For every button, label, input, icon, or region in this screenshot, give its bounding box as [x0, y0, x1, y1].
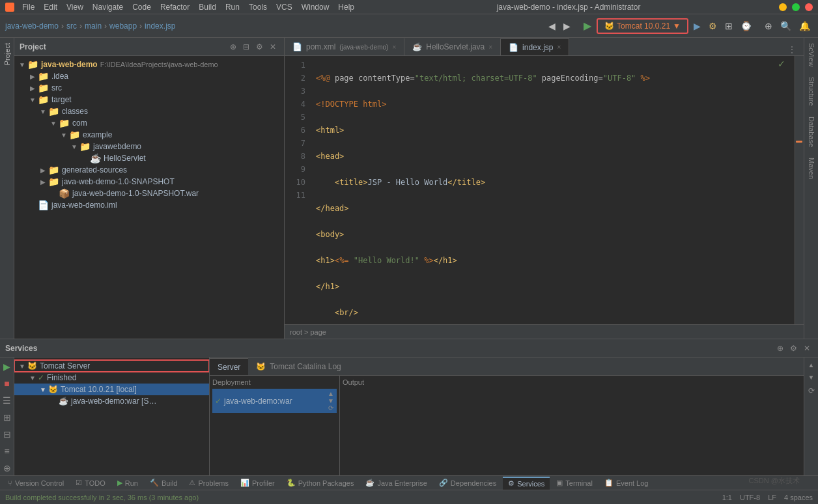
- services-run-button[interactable]: ▶: [2, 360, 12, 373]
- tree-item-com[interactable]: ▼ 📁 com: [14, 117, 284, 129]
- status-line-sep[interactable]: LF: [768, 494, 776, 501]
- panel-options-button[interactable]: ⚙: [253, 41, 266, 53]
- menu-view[interactable]: View: [63, 1, 87, 13]
- menu-window[interactable]: Window: [298, 1, 333, 13]
- tab-event-log[interactable]: 📋 Event Log: [599, 477, 654, 490]
- services-rsidebar-btn1[interactable]: ▲: [807, 360, 816, 370]
- tab-build[interactable]: 🔨 Build: [145, 477, 182, 490]
- run-config-button[interactable]: 🐱 Tomcat 10.0.21 ▼: [597, 18, 688, 34]
- services-filter-button[interactable]: ⊟: [2, 428, 12, 441]
- tree-arrow-src[interactable]: ▶: [27, 85, 38, 92]
- finished-arrow[interactable]: ▼: [27, 374, 38, 382]
- breadcrumb-file[interactable]: index.jsp: [145, 21, 175, 31]
- tab-version-control[interactable]: ⑂ Version Control: [3, 477, 69, 490]
- structure-panel-toggle[interactable]: Structure: [806, 72, 817, 111]
- service-item-tomcat-server[interactable]: ▼ 🐱 Tomcat Server: [14, 360, 209, 372]
- menu-navigate[interactable]: Navigate: [89, 1, 127, 13]
- tree-arrow-example[interactable]: ▼: [59, 132, 69, 139]
- services-add-button[interactable]: ⊕: [774, 343, 786, 354]
- service-item-finished[interactable]: ▼ ✓ Finished: [14, 372, 209, 384]
- run-config-dropdown-icon[interactable]: ▼: [673, 21, 681, 31]
- tab-profiler[interactable]: 📊 Profiler: [235, 477, 280, 490]
- breadcrumb-main[interactable]: main: [85, 21, 102, 31]
- hello-servlet-close[interactable]: ×: [488, 44, 492, 51]
- forward-button[interactable]: ▶: [561, 18, 573, 34]
- menu-help[interactable]: Help: [334, 1, 358, 13]
- deployment-item-war[interactable]: ✓ java-web-demo:war ▲ ▼ ⟳: [212, 389, 337, 413]
- deployment-up-button[interactable]: ▲: [328, 390, 334, 397]
- tab-pom-xml[interactable]: 📄 pom.xml (java-web-demo) ×: [285, 38, 404, 55]
- close-panel-button[interactable]: ✕: [267, 41, 279, 53]
- tree-item-src[interactable]: ▶ 📁 src: [14, 82, 284, 94]
- service-item-war[interactable]: ☕ java-web-demo:war [S…: [14, 395, 209, 407]
- tab-catalina-log[interactable]: 🐱 Tomcat Catalina Log: [248, 358, 348, 375]
- status-encoding[interactable]: UTF-8: [740, 494, 760, 501]
- tab-hello-servlet[interactable]: ☕ HelloServlet.java ×: [404, 38, 501, 55]
- tab-problems[interactable]: ⚠ Problems: [184, 477, 233, 490]
- services-toolbar-btn1[interactable]: ☰: [1, 394, 12, 407]
- tab-java-enterprise[interactable]: ☕ Java Enterprise: [360, 477, 432, 490]
- add-config-button[interactable]: ⊕: [762, 18, 775, 34]
- tree-arrow-classes[interactable]: ▼: [38, 108, 48, 115]
- tab-server[interactable]: Server: [210, 358, 248, 375]
- menu-code[interactable]: Code: [128, 1, 155, 13]
- tree-item-target[interactable]: ▼ 📁 target: [14, 94, 284, 105]
- services-stop-button[interactable]: ■: [3, 377, 10, 390]
- minimize-button[interactable]: [779, 3, 787, 11]
- tree-item-iml[interactable]: 📄 java-web-demo.iml: [14, 199, 284, 211]
- tab-services[interactable]: ⚙ Services: [503, 477, 550, 490]
- tree-item-idea[interactable]: ▶ 📁 .idea: [14, 70, 284, 82]
- services-close-button[interactable]: ✕: [801, 343, 813, 354]
- editor-scrollbar[interactable]: [795, 56, 804, 324]
- index-jsp-close[interactable]: ×: [557, 44, 561, 51]
- code-editor[interactable]: 1 2 3 4 5 6 7 8 9 10 11 <%@ page content…: [285, 56, 804, 324]
- pom-xml-close[interactable]: ×: [392, 44, 396, 51]
- tree-item-classes[interactable]: ▼ 📁 classes: [14, 105, 284, 117]
- tree-arrow-idea[interactable]: ▶: [27, 73, 38, 80]
- tab-todo[interactable]: ☑ TODO: [70, 477, 111, 490]
- menu-vcs[interactable]: VCS: [272, 1, 296, 13]
- tree-item-snapshot-folder[interactable]: ▶ 📁 java-web-demo-1.0-SNAPSHOT: [14, 176, 284, 188]
- tab-index-jsp[interactable]: 📄 index.jsp ×: [501, 38, 569, 55]
- services-group-button[interactable]: ≡: [3, 445, 10, 458]
- tree-arrow-root[interactable]: ▼: [17, 61, 27, 68]
- deployment-down-button[interactable]: ▼: [328, 397, 334, 404]
- breadcrumb-project[interactable]: java-web-demo: [5, 21, 59, 31]
- back-button[interactable]: ◀: [546, 18, 558, 34]
- code-content[interactable]: <%@ page contentType="text/html; charset…: [311, 56, 804, 324]
- services-rsidebar-btn3[interactable]: ⟳: [807, 385, 816, 397]
- tree-item-root[interactable]: ▼ 📁 java-web-demo F:\IDEA\IdeaProjects\j…: [14, 59, 284, 70]
- scview-panel-toggle[interactable]: ScView: [806, 38, 817, 72]
- tab-dependencies[interactable]: 🔗 Dependencies: [434, 477, 501, 490]
- breadcrumb-src[interactable]: src: [66, 21, 77, 31]
- close-button[interactable]: [805, 3, 813, 11]
- tree-item-helloservlet[interactable]: ☕ HelloServlet: [14, 152, 284, 164]
- service-item-tomcat-local[interactable]: ▼ 🐱 Tomcat 10.0.21 [local]: [14, 384, 209, 395]
- services-add-service-button[interactable]: ⊕: [2, 462, 12, 475]
- menu-run[interactable]: Run: [221, 1, 244, 13]
- tomcat-local-arrow[interactable]: ▼: [38, 386, 48, 393]
- tab-run[interactable]: ▶ Run: [112, 477, 143, 490]
- run-button[interactable]: ▶: [581, 17, 594, 35]
- editor-options-button[interactable]: ⋮: [785, 44, 798, 55]
- tree-arrow-target[interactable]: ▼: [27, 96, 38, 104]
- tree-item-javawebdemo[interactable]: ▼ 📁 javawebdemo: [14, 141, 284, 152]
- menu-refactor[interactable]: Refactor: [156, 1, 193, 13]
- tab-terminal[interactable]: ▣ Terminal: [551, 477, 598, 490]
- tree-arrow-com[interactable]: ▼: [48, 120, 59, 127]
- tree-item-example[interactable]: ▼ 📁 example: [14, 129, 284, 141]
- tree-arrow-generated[interactable]: ▶: [38, 167, 48, 174]
- status-position[interactable]: 1:1: [722, 494, 732, 501]
- debug-button[interactable]: ▶: [691, 18, 703, 34]
- locate-file-button[interactable]: ⊕: [227, 41, 239, 53]
- services-rsidebar-btn2[interactable]: ▼: [807, 372, 816, 382]
- tomcat-server-arrow[interactable]: ▼: [17, 363, 27, 370]
- tree-item-war[interactable]: 📦 java-web-demo-1.0-SNAPSHOT.war: [14, 188, 284, 199]
- build-button[interactable]: ⚙: [706, 18, 720, 34]
- project-panel-toggle[interactable]: Project: [1, 38, 13, 70]
- services-settings-button[interactable]: ⚙: [787, 343, 800, 354]
- deployment-reload-button[interactable]: ⟳: [328, 404, 334, 412]
- menu-edit[interactable]: Edit: [40, 1, 61, 13]
- tree-arrow-javawebdemo[interactable]: ▼: [69, 143, 79, 150]
- maven-panel-toggle[interactable]: Maven: [806, 152, 817, 184]
